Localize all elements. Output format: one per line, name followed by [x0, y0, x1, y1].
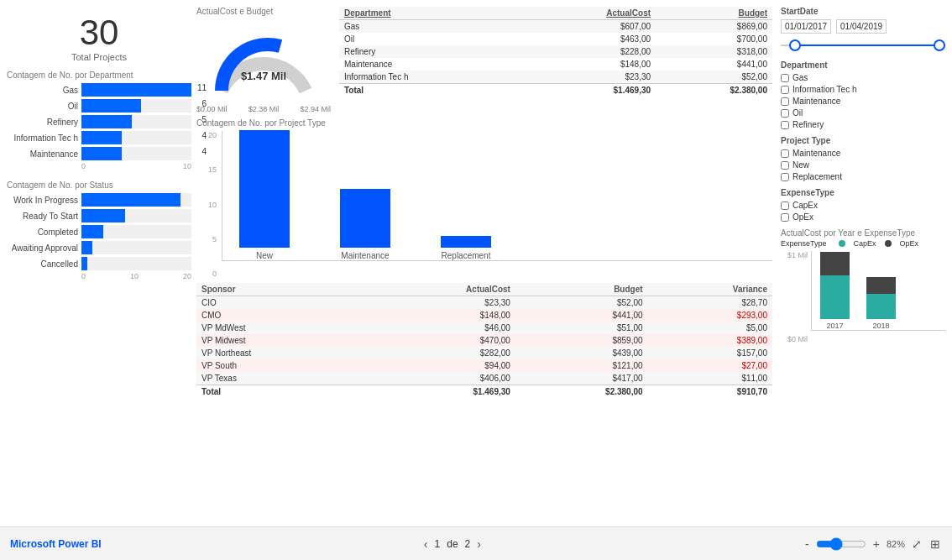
dept-bar-row-gas: Gas 11 — [7, 83, 191, 97]
project-type-filter-label: Project Type — [781, 136, 945, 145]
dept-bars: Gas 11 Oil 6 Refinery — [7, 83, 191, 160]
status-bar-track — [81, 257, 191, 270]
proj-type-chart-title: Contagem de No. por Project Type — [196, 118, 772, 128]
dept-filter-refinery[interactable]: Refinery — [781, 120, 945, 129]
expense-type-filter-label: ExpenseType — [781, 188, 945, 197]
slider-thumb-right[interactable] — [934, 39, 945, 51]
table-row: CIO$23,30$52,00$28,70 — [196, 296, 772, 310]
table-row: Gas $607,00 $869,00 — [339, 20, 772, 34]
opex-bar-2017 — [820, 252, 850, 275]
cost-bar-2018: 2018 — [866, 277, 896, 330]
start-date-label: StartDate — [781, 7, 945, 16]
date-inputs[interactable]: 01/01/2017 01/04/2019 — [781, 19, 945, 34]
table-row: VP Texas$406,00$417,00$11,00 — [196, 372, 772, 385]
table-row: VP South$94,00$121,00$27,00 — [196, 359, 772, 372]
dept-bar-track: 4 — [81, 147, 191, 160]
budget-col-header: Budget — [656, 7, 772, 20]
cost-bars-container: 2017 2018 — [811, 251, 945, 331]
status-bar-row-ready: Ready To Start — [7, 209, 191, 222]
sponsor-total-row: Total$1.469,30$2.380,00$910,70 — [196, 385, 772, 399]
dept-chart-title: Contagem de No. por Department — [7, 71, 191, 80]
zoom-out-button[interactable]: - — [803, 536, 811, 552]
table-row: VP Northeast$282,00$439,00$157,00 — [196, 347, 772, 359]
year-label-2018: 2018 — [872, 322, 889, 330]
capex-bar-2017 — [820, 275, 850, 319]
dept-bar-row-maintenance: Maintenance 4 — [7, 147, 191, 160]
dept-bar-track: 5 — [81, 115, 191, 128]
mid-top-row: ActualCost e Budget $1.47 Mil $0.00 Mil — [196, 7, 772, 113]
status-bar-track — [81, 241, 191, 254]
dept-filter-gas[interactable]: Gas — [781, 73, 945, 82]
proj-type-bar-new: New — [239, 130, 290, 260]
date-from-box[interactable]: 01/01/2017 — [781, 19, 831, 34]
total-projects-label: Total Projects — [7, 52, 191, 62]
zoom-in-button[interactable]: + — [871, 536, 881, 552]
table-row: CMO$148,00$441,00$293,00 — [196, 309, 772, 322]
expense-filter-capex[interactable]: CapEx — [781, 201, 945, 210]
total-projects-number: 30 — [7, 15, 191, 50]
proj-type-filter-replacement[interactable]: Replacement — [781, 172, 945, 181]
dept-table-element: Department ActualCost Budget Gas $607,00… — [339, 7, 772, 97]
proj-type-y-axis: 20 15 10 5 0 — [196, 131, 220, 278]
date-to-box[interactable]: 01/04/2019 — [836, 19, 887, 34]
left-column: 30 Total Projects Contagem de No. por De… — [7, 7, 191, 520]
bottom-bar: Microsoft Power BI ‹ 1 de 2 › - + 82% ⤢ … — [0, 526, 952, 560]
table-row: VP Midwest$470,00$859,00$389,00 — [196, 334, 772, 347]
capex-legend-label: CapEx — [854, 239, 876, 248]
dept-bar-label: Refinery — [7, 118, 78, 127]
zoom-slider[interactable] — [816, 537, 866, 551]
dept-bar-value: 5 — [201, 115, 207, 124]
table-row: Information Tec h $23,30 $52,00 — [339, 71, 772, 84]
status-bar-track — [81, 209, 191, 222]
fullscreen-button[interactable]: ⤢ — [910, 536, 923, 552]
status-bar-label: Awaiting Approval — [7, 243, 78, 253]
slider-fill — [789, 44, 945, 46]
prev-page-button[interactable]: ‹ — [424, 537, 428, 551]
powerbi-link[interactable]: Microsoft Power BI — [10, 538, 102, 550]
expense-type-filter: ExpenseType CapEx OpEx — [781, 188, 945, 222]
department-checkboxes: Gas Information Tec h Maintenance Oil Re… — [781, 73, 945, 129]
expense-filter-opex[interactable]: OpEx — [781, 212, 945, 222]
sponsor-col-header: Sponsor — [196, 283, 364, 296]
capex-bar-2018 — [866, 294, 896, 319]
status-bar-row-awaiting: Awaiting Approval — [7, 241, 191, 254]
expand-button[interactable]: ⊞ — [928, 536, 942, 552]
dept-filter-oil[interactable]: Oil — [781, 108, 945, 118]
proj-type-filter-maintenance[interactable]: Maintenance — [781, 149, 945, 158]
date-slider[interactable] — [781, 37, 945, 54]
department-table: Department ActualCost Budget Gas $607,00… — [339, 7, 772, 97]
donut-title: ActualCost e Budget — [196, 7, 331, 16]
page-current: 1 — [435, 538, 441, 550]
content-area: 30 Total Projects Contagem de No. por De… — [0, 0, 952, 526]
legend-expense-label: ExpenseType — [781, 239, 827, 248]
opex-legend-label: OpEx — [900, 239, 919, 248]
opex-bar-2018 — [866, 277, 896, 294]
slider-thumb-left[interactable] — [789, 39, 801, 51]
dept-bar-label: Oil — [7, 102, 78, 111]
page-total: 2 — [465, 538, 471, 550]
slider-line — [781, 44, 945, 46]
middle-column: ActualCost e Budget $1.47 Mil $0.00 Mil — [196, 7, 772, 520]
status-bar-label: Ready To Start — [7, 212, 78, 221]
proj-type-filter-new[interactable]: New — [781, 160, 945, 170]
dept-bar-label: Maintenance — [7, 149, 78, 159]
cost-chart-area: $1 Mil $0 Mil 2017 — [781, 251, 945, 343]
proj-type-bar-maintenance: Maintenance — [340, 189, 390, 260]
budget-col-header: Budget — [515, 283, 648, 296]
table-row: Maintenance $148,00 $441,00 — [339, 58, 772, 71]
expense-type-checkboxes: CapEx OpEx — [781, 201, 945, 222]
status-bar-row-completed: Completed — [7, 225, 191, 238]
dept-filter-infotech[interactable]: Information Tec h — [781, 85, 945, 94]
dept-bar-row-oil: Oil 6 — [7, 99, 191, 113]
dept-bar-label: Information Tec h — [7, 133, 78, 143]
project-type-filter: Project Type Maintenance New Replacement — [781, 136, 945, 181]
table-row: VP MdWest$46,00$51,00$5,00 — [196, 322, 772, 334]
sponsor-table: Sponsor ActualCost Budget Variance CIO$2… — [196, 283, 772, 398]
dept-bar-label: Gas — [7, 86, 78, 95]
status-bar-label: Cancelled — [7, 259, 78, 269]
next-page-button[interactable]: › — [477, 537, 481, 551]
table-row: Refinery $228,00 $318,00 — [339, 45, 772, 58]
dept-filter-maintenance[interactable]: Maintenance — [781, 97, 945, 106]
page-separator: de — [447, 538, 458, 550]
donut-max-label: $2.94 Mil — [300, 105, 331, 113]
